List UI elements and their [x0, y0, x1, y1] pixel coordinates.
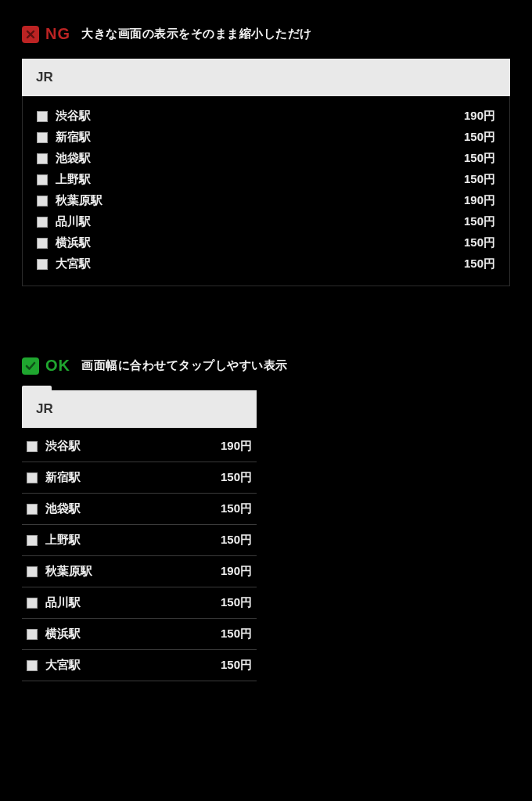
fare-amount: 150円: [464, 214, 495, 229]
list-item[interactable]: 品川駅150円: [22, 587, 257, 619]
checkbox-icon[interactable]: [37, 259, 48, 270]
list-item[interactable]: 渋谷駅190円: [22, 431, 257, 462]
list-item[interactable]: 秋葉原駅190円: [22, 556, 257, 587]
list-item[interactable]: 新宿駅150円: [22, 462, 257, 494]
fare-amount: 190円: [464, 193, 495, 208]
ok-description: 画面幅に合わせてタップしやすい表示: [81, 358, 288, 373]
ng-example-card: JR 渋谷駅190円新宿駅150円池袋駅150円上野駅150円秋葉原駅190円品…: [22, 59, 510, 286]
list-item[interactable]: 池袋駅150円: [22, 494, 257, 525]
checkbox-icon[interactable]: [37, 111, 48, 122]
list-item[interactable]: 横浜駅150円: [37, 232, 495, 253]
fare-amount: 150円: [464, 257, 495, 271]
list-item[interactable]: 渋谷駅190円: [37, 106, 495, 127]
fare-amount: 150円: [221, 501, 252, 516]
station-name: 品川駅: [45, 595, 221, 610]
ok-list-header: JR: [22, 390, 257, 428]
station-name: 横浜駅: [45, 627, 221, 641]
station-name: 秋葉原駅: [45, 564, 221, 579]
station-name: 品川駅: [56, 214, 464, 229]
ok-label: OK: [45, 357, 70, 375]
ok-example-card: JR 渋谷駅190円新宿駅150円池袋駅150円上野駅150円秋葉原駅190円品…: [22, 390, 257, 681]
ok-list-body: 渋谷駅190円新宿駅150円池袋駅150円上野駅150円秋葉原駅190円品川駅1…: [22, 428, 257, 681]
checkbox-icon[interactable]: [37, 238, 48, 249]
station-name: 渋谷駅: [56, 109, 464, 124]
fare-amount: 150円: [464, 151, 495, 166]
station-name: 池袋駅: [45, 501, 221, 516]
list-item[interactable]: 上野駅150円: [22, 525, 257, 556]
fare-amount: 190円: [464, 109, 495, 124]
checkbox-icon[interactable]: [37, 132, 48, 143]
station-name: 秋葉原駅: [56, 193, 464, 208]
station-name: 上野駅: [45, 533, 221, 548]
list-item[interactable]: 大宮駅150円: [37, 253, 495, 275]
fare-amount: 150円: [221, 533, 252, 548]
ng-status-row: NG 大きな画面の表示をそのまま縮小しただけ: [22, 25, 510, 43]
ok-tab-stub: [22, 386, 52, 390]
station-name: 渋谷駅: [45, 439, 221, 454]
fare-amount: 150円: [221, 595, 252, 610]
checkbox-icon[interactable]: [27, 566, 38, 577]
checkbox-icon[interactable]: [27, 441, 38, 452]
fare-amount: 190円: [221, 439, 252, 454]
station-name: 上野駅: [56, 172, 464, 187]
checkbox-icon[interactable]: [27, 535, 38, 546]
ok-check-icon: [22, 357, 39, 375]
list-item[interactable]: 大宮駅150円: [22, 650, 257, 681]
station-name: 大宮駅: [56, 257, 464, 271]
station-name: 池袋駅: [56, 151, 464, 166]
checkbox-icon[interactable]: [27, 504, 38, 515]
checkbox-icon[interactable]: [27, 629, 38, 640]
list-item[interactable]: 上野駅150円: [37, 169, 495, 190]
ng-description: 大きな画面の表示をそのまま縮小しただけ: [81, 27, 312, 41]
list-item[interactable]: 新宿駅150円: [37, 127, 495, 148]
fare-amount: 150円: [464, 235, 495, 250]
fare-amount: 150円: [464, 130, 495, 145]
checkbox-icon[interactable]: [37, 153, 48, 164]
ng-list-header: JR: [22, 59, 510, 96]
fare-amount: 150円: [464, 172, 495, 187]
ok-status-row: OK 画面幅に合わせてタップしやすい表示: [22, 357, 510, 375]
checkbox-icon[interactable]: [27, 472, 38, 483]
fare-amount: 150円: [221, 470, 252, 485]
fare-amount: 190円: [221, 564, 252, 579]
checkbox-icon[interactable]: [27, 598, 38, 609]
list-item[interactable]: 池袋駅150円: [37, 148, 495, 169]
ng-cross-icon: [22, 26, 39, 43]
station-name: 新宿駅: [45, 470, 221, 485]
station-name: 横浜駅: [56, 235, 464, 250]
list-item[interactable]: 秋葉原駅190円: [37, 190, 495, 211]
fare-amount: 150円: [221, 627, 252, 641]
ng-list-body: 渋谷駅190円新宿駅150円池袋駅150円上野駅150円秋葉原駅190円品川駅1…: [22, 96, 510, 286]
list-item[interactable]: 品川駅150円: [37, 211, 495, 232]
checkbox-icon[interactable]: [37, 196, 48, 207]
fare-amount: 150円: [221, 658, 252, 673]
checkbox-icon[interactable]: [37, 174, 48, 185]
list-item[interactable]: 横浜駅150円: [22, 619, 257, 650]
checkbox-icon[interactable]: [37, 217, 48, 228]
station-name: 新宿駅: [56, 130, 464, 145]
ng-label: NG: [45, 25, 70, 43]
checkbox-icon[interactable]: [27, 660, 38, 671]
station-name: 大宮駅: [45, 658, 221, 673]
